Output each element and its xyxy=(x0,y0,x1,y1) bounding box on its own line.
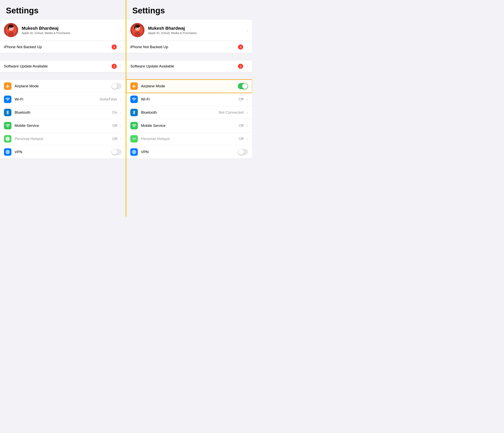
left-gap-2 xyxy=(0,72,126,79)
right-wifi-label: Wi-Fi xyxy=(141,97,239,102)
right-settings-group: Airplane Mode Wi-Fi Off › Bluetooth xyxy=(126,79,252,159)
right-backup-label: iPhone Not Backed Up xyxy=(130,45,238,49)
left-backup-badge: 1 xyxy=(112,44,117,50)
left-airplane-row[interactable]: Airplane Mode xyxy=(0,80,126,93)
right-profile-subtitle: Apple ID, iCloud, Media & Purchases xyxy=(148,31,245,35)
left-vpn-toggle[interactable] xyxy=(111,149,122,155)
right-vpn-icon-svg xyxy=(132,150,136,154)
right-software-update-group: Software Update Available 1 › xyxy=(126,60,252,72)
left-hotspot-value: Off xyxy=(112,137,117,141)
svg-point-17 xyxy=(136,28,137,29)
svg-point-8 xyxy=(12,28,12,29)
right-hotspot-label: Personal Hotspot xyxy=(141,137,239,141)
left-airplane-toggle-knob xyxy=(112,83,117,89)
left-title: Settings xyxy=(0,0,126,19)
left-software-update-row[interactable]: Software Update Available 1 › xyxy=(0,60,126,72)
right-bluetooth-label: Bluetooth xyxy=(141,110,219,115)
right-airplane-toggle[interactable] xyxy=(238,83,248,89)
right-avatar xyxy=(130,23,144,37)
right-profile-row[interactable]: Mukesh Bhardwaj Apple ID, iCloud, Media … xyxy=(126,19,252,41)
airplane-icon-svg xyxy=(5,84,10,88)
svg-point-18 xyxy=(138,28,139,29)
left-panel: Settings xyxy=(0,0,126,216)
left-software-chevron: › xyxy=(120,64,122,69)
right-airplane-icon-svg xyxy=(132,84,136,88)
left-backup-section: iPhone Not Backed Up 1 › xyxy=(0,41,126,53)
left-backup-row[interactable]: iPhone Not Backed Up 1 › xyxy=(0,41,126,53)
right-vpn-row[interactable]: VPN xyxy=(126,146,252,158)
left-gap-1 xyxy=(0,53,126,60)
right-software-update-label: Software Update Available xyxy=(130,64,238,69)
svg-point-7 xyxy=(10,28,10,29)
right-bluetooth-icon-svg xyxy=(132,110,136,115)
right-software-update-row[interactable]: Software Update Available 1 › xyxy=(126,60,252,72)
left-software-update-group: Software Update Available 1 › xyxy=(0,60,126,72)
right-mobile-icon-svg xyxy=(132,123,136,128)
right-wifi-chevron: › xyxy=(247,97,248,102)
left-mobile-icon xyxy=(4,122,11,129)
hotspot-icon-svg xyxy=(5,137,10,141)
left-software-update-badge: 1 xyxy=(112,64,117,69)
svg-point-6 xyxy=(8,26,9,29)
svg-point-13 xyxy=(134,32,141,37)
left-wifi-value: JioAirFiber xyxy=(99,97,117,102)
left-settings-group: Airplane Mode Wi-Fi JioAirFiber › B xyxy=(0,79,126,159)
right-airplane-toggle-knob xyxy=(242,83,248,89)
left-airplane-label: Airplane Mode xyxy=(15,84,111,88)
right-software-update-badge: 1 xyxy=(238,64,243,69)
right-profile-info: Mukesh Bhardwaj Apple ID, iCloud, Media … xyxy=(148,26,245,35)
right-hotspot-chevron: › xyxy=(247,137,248,141)
left-vpn-icon xyxy=(4,148,11,156)
left-software-update-label: Software Update Available xyxy=(4,64,112,69)
left-wifi-icon xyxy=(4,95,11,103)
left-profile-info: Mukesh Bhardwaj Apple ID, iCloud, Media … xyxy=(22,26,119,35)
left-wifi-label: Wi-Fi xyxy=(15,97,99,102)
right-airplane-icon xyxy=(130,82,138,90)
right-software-chevron: › xyxy=(247,64,248,69)
right-mobile-row[interactable]: Mobile Service Off › xyxy=(126,119,252,132)
left-mobile-value: Off xyxy=(112,123,117,128)
right-bluetooth-value: Not Connected xyxy=(219,110,244,115)
left-profile-row[interactable]: Mukesh Bhardwaj Apple ID, iCloud, Media … xyxy=(0,19,126,41)
right-backup-section: iPhone Not Backed Up 1 › xyxy=(126,41,252,53)
left-hotspot-row[interactable]: Personal Hotspot Off › xyxy=(0,132,126,146)
right-gap-1 xyxy=(126,53,252,60)
wifi-icon-svg xyxy=(5,97,10,102)
left-wifi-row[interactable]: Wi-Fi JioAirFiber › xyxy=(0,93,126,106)
right-wifi-value: Off xyxy=(239,97,243,102)
left-hotspot-chevron: › xyxy=(120,137,122,141)
right-panel: Settings Mukesh Bhardwaj xyxy=(126,0,252,216)
left-backup-chevron: › xyxy=(120,45,122,49)
svg-point-15 xyxy=(135,25,140,28)
left-airplane-toggle[interactable] xyxy=(111,83,122,89)
left-airplane-icon xyxy=(4,82,11,90)
left-backup-label: iPhone Not Backed Up xyxy=(4,45,112,49)
right-bluetooth-row[interactable]: Bluetooth Not Connected › xyxy=(126,106,252,119)
left-bluetooth-row[interactable]: Bluetooth On › xyxy=(0,106,126,119)
right-hotspot-icon-svg xyxy=(132,137,136,141)
right-profile-chevron: › xyxy=(247,28,248,33)
right-vpn-icon xyxy=(130,148,138,156)
right-hotspot-icon xyxy=(130,135,138,143)
left-avatar xyxy=(4,23,18,37)
left-profile-subtitle: Apple ID, iCloud, Media & Purchases xyxy=(22,31,119,35)
svg-point-16 xyxy=(134,26,135,29)
right-profile-name: Mukesh Bhardwaj xyxy=(148,26,245,31)
left-bluetooth-chevron: › xyxy=(120,110,122,115)
left-mobile-label: Mobile Service xyxy=(15,123,112,128)
left-profile-name: Mukesh Bhardwaj xyxy=(22,26,119,31)
right-wifi-row[interactable]: Wi-Fi Off › xyxy=(126,93,252,106)
left-mobile-chevron: › xyxy=(120,123,122,128)
right-airplane-label: Airplane Mode xyxy=(141,84,238,88)
right-gap-2 xyxy=(126,72,252,79)
left-vpn-row[interactable]: VPN xyxy=(0,146,126,158)
right-hotspot-row[interactable]: Personal Hotspot Off › xyxy=(126,132,252,146)
left-bluetooth-value: On xyxy=(112,110,117,115)
right-backup-badge: 1 xyxy=(238,44,243,50)
right-vpn-toggle-knob xyxy=(238,149,244,155)
right-airplane-row[interactable]: Airplane Mode xyxy=(126,80,252,93)
right-backup-chevron: › xyxy=(247,45,248,49)
right-backup-row[interactable]: iPhone Not Backed Up 1 › xyxy=(126,41,252,53)
left-mobile-row[interactable]: Mobile Service Off › xyxy=(0,119,126,132)
right-vpn-toggle[interactable] xyxy=(238,149,248,155)
